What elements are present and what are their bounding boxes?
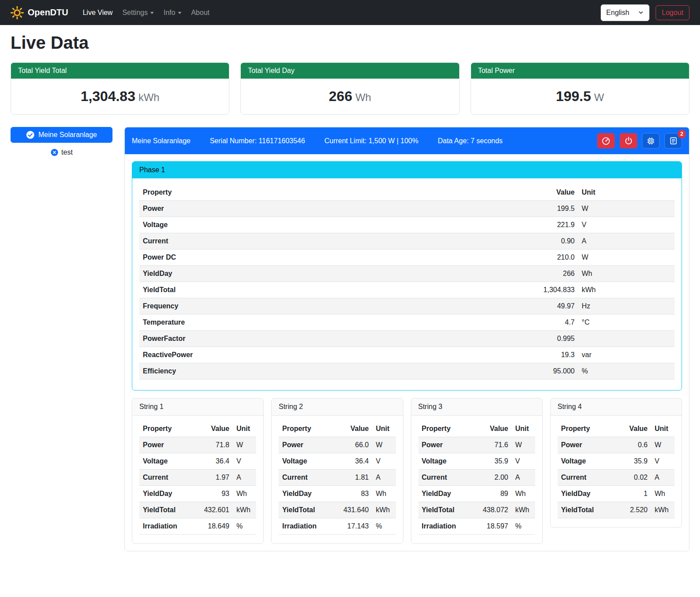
table-row: Power 66.0 W [279,437,395,453]
row-value: 431.640 [337,502,372,518]
summary-card-title: Total Yield Day [241,63,459,79]
language-select[interactable]: English [601,4,649,21]
brand[interactable]: OpenDTU [11,6,68,19]
row-property: Irradiation [418,518,477,535]
row-unit: W [233,437,256,453]
power-toggle-button[interactable] [620,133,637,148]
row-unit: kWh [233,502,256,518]
row-value: 35.9 [477,453,512,470]
table-row: YieldTotal 438.072 kWh [418,502,535,518]
row-value: 2.00 [477,470,512,486]
row-property: YieldDay [279,486,337,502]
table-row: YieldDay 89 Wh [418,486,535,502]
string-table: Property Value Unit Power [418,421,535,535]
table-header-row: Property Value Unit [558,421,675,437]
table-row: Power DC 210.0 W [139,250,675,266]
row-unit: kWh [372,502,395,518]
table-row: YieldTotal 431.640 kWh [279,502,395,518]
string-table-body: Power 66.0 W Voltage 36.4 V [279,437,395,535]
row-value: 0.6 [616,437,651,453]
logout-button[interactable]: Logout [656,5,689,20]
summary-unit: kWh [138,91,160,103]
row-unit [578,331,675,347]
row-unit: V [233,453,256,470]
row-property: Power [279,437,337,453]
summary-unit: Wh [355,91,371,103]
summary-value: 266 [329,88,352,104]
row-unit: % [233,518,256,535]
nav-about[interactable]: About [186,5,214,20]
row-unit: % [578,363,675,380]
row-unit: W [578,201,675,217]
sun-icon [11,6,24,19]
event-log-button[interactable]: 2 [664,133,682,148]
table-header-row: Property Value Unit [139,421,256,437]
row-unit: kWh [578,282,675,298]
nav-info[interactable]: Info [159,5,186,20]
row-unit: W [372,437,395,453]
row-value: 4.7 [503,315,578,331]
limit-settings-button[interactable] [597,133,615,148]
cpu-icon [646,137,655,145]
row-property: YieldTotal [418,502,477,518]
device-info-button[interactable] [642,133,660,148]
col-unit: Unit [578,185,675,201]
row-property: Current [139,470,198,486]
string-card-1: String 1 Property Value Unit [132,398,264,544]
col-property: Property [139,185,503,201]
table-row: YieldDay 93 Wh [139,486,256,502]
string-card-body: Property Value Unit Power [551,416,682,527]
summary-value: 199.5 [556,88,591,104]
row-value: 0.995 [503,331,578,347]
summary-card-body: 199.5W [471,79,689,114]
inverter-button-selected[interactable]: Meine Solaranlage [11,127,112,143]
row-value: 83 [337,486,372,502]
row-property: Voltage [279,453,337,470]
row-value: 266 [503,266,578,282]
row-unit: A [578,233,675,250]
row-property: ReactivePower [139,347,503,363]
row-unit: Wh [512,486,535,502]
inverter-button-test[interactable]: test [11,148,112,156]
row-property: Power [139,437,198,453]
row-value: 0.90 [503,233,578,250]
col-value: Value [503,185,578,201]
table-row: Voltage 36.4 V [279,453,395,470]
row-property: Power DC [139,250,503,266]
string-table: Property Value Unit Power [279,421,395,535]
string-table: Property Value Unit Power [558,421,675,518]
row-unit: Wh [372,486,395,502]
row-value: 1,304.833 [503,282,578,298]
table-row: Current 1.81 A [279,470,395,486]
row-property: YieldDay [139,486,198,502]
table-row: Temperature 4.7 °C [139,315,675,331]
string-card-title: String 3 [411,398,542,416]
col-value: Value [198,421,233,437]
phase-card: Phase 1 Property Value Unit [132,161,682,391]
table-row: YieldDay 1 Wh [558,486,675,502]
string-card-4: String 4 Property Value Unit [550,398,682,528]
row-unit: W [651,437,675,453]
col-value: Value [337,421,372,437]
table-row: Power 0.6 W [558,437,675,453]
speedometer-icon [602,137,610,145]
table-row: YieldDay 83 Wh [279,486,395,502]
inverter-sidebar: Meine Solaranlage test [11,127,112,156]
row-value: 93 [198,486,233,502]
row-unit: V [578,217,675,233]
nav-live-view[interactable]: Live View [78,5,117,20]
row-unit: W [578,250,675,266]
row-unit: Hz [578,298,675,315]
inverter-data-age: Data Age: 7 seconds [438,137,503,145]
inverter-serial: Serial Number: 116171603546 [210,137,305,145]
table-row: Voltage 221.9 V [139,217,675,233]
nav-links: Live View Settings Info About [78,5,600,20]
summary-card-body: 1,304.83kWh [11,79,229,114]
chevron-down-icon [178,12,181,14]
summary-card-body: 266Wh [241,79,459,114]
phase-card-body: Property Value Unit Power [132,178,682,390]
row-property: PowerFactor [139,331,503,347]
nav-settings[interactable]: Settings [117,5,159,20]
summary-cards: Total Yield Total 1,304.83kWh Total Yiel… [11,62,689,115]
string-table-body: Power 71.8 W Voltage 36.4 V [139,437,256,535]
